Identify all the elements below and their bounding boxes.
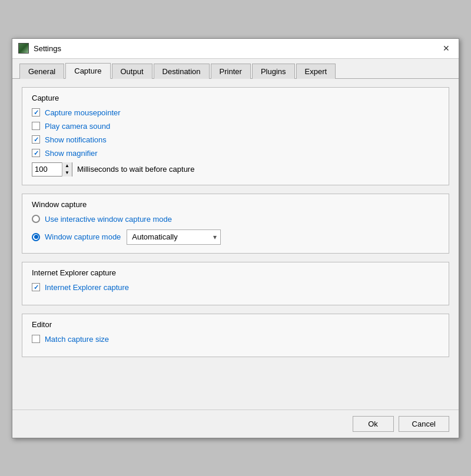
- show-notifications-label[interactable]: Show notifications: [45, 135, 107, 144]
- capture-mousepointer-checkbox[interactable]: [32, 108, 40, 116]
- close-button[interactable]: ✕: [440, 42, 453, 55]
- window-title: Settings: [34, 44, 61, 53]
- editor-section-label: Editor: [32, 320, 439, 329]
- capture-section: Capture Capture mousepointer Play camera…: [22, 87, 449, 185]
- tab-plugins[interactable]: Plugins: [252, 64, 295, 79]
- play-camerasound-row: Play camera sound: [32, 122, 439, 131]
- delay-up-button[interactable]: ▲: [62, 162, 72, 169]
- delay-input[interactable]: [32, 163, 62, 176]
- dropdown-value: Automatically: [132, 232, 177, 241]
- delay-spinner: ▲ ▼: [62, 162, 72, 177]
- window-capture-mode-radio[interactable]: [32, 233, 40, 241]
- delay-down-button[interactable]: ▼: [62, 169, 72, 177]
- tab-output[interactable]: Output: [112, 64, 152, 79]
- interactive-mode-label[interactable]: Use interactive window capture mode: [45, 215, 172, 224]
- tab-destination[interactable]: Destination: [154, 64, 210, 79]
- ok-button[interactable]: Ok: [353, 416, 394, 432]
- tab-general[interactable]: General: [19, 64, 64, 79]
- tab-printer[interactable]: Printer: [211, 64, 251, 79]
- match-capture-size-label[interactable]: Match capture size: [45, 335, 109, 344]
- delay-input-wrap: ▲ ▼: [32, 162, 72, 177]
- show-notifications-checkbox[interactable]: [32, 135, 40, 144]
- delay-hint: Milliseconds to wait before capture: [77, 165, 194, 174]
- match-capture-size-checkbox[interactable]: [32, 335, 40, 343]
- interactive-mode-row: Use interactive window capture mode: [32, 215, 439, 224]
- ie-capture-section-label: Internet Explorer capture: [32, 268, 439, 277]
- ie-capture-row: Internet Explorer capture: [32, 283, 439, 292]
- window-capture-mode-label[interactable]: Window capture mode: [45, 232, 121, 241]
- show-magnifier-label[interactable]: Show magnifier: [45, 149, 98, 158]
- play-camerasound-label[interactable]: Play camera sound: [45, 122, 110, 131]
- settings-window: Settings ✕ General Capture Output Destin…: [12, 38, 459, 438]
- show-magnifier-row: Show magnifier: [32, 149, 439, 158]
- interactive-mode-radio[interactable]: [32, 215, 40, 223]
- ie-capture-section: Internet Explorer capture Internet Explo…: [22, 262, 449, 305]
- window-capture-section: Window capture Use interactive window ca…: [22, 194, 449, 254]
- content-area: Capture Capture mousepointer Play camera…: [12, 79, 459, 410]
- ie-capture-checkbox[interactable]: [32, 283, 40, 291]
- app-icon: [18, 43, 29, 54]
- capture-section-label: Capture: [32, 94, 439, 102]
- show-magnifier-checkbox[interactable]: [32, 149, 40, 157]
- tab-bar: General Capture Output Destination Print…: [12, 59, 459, 79]
- window-capture-section-label: Window capture: [32, 200, 439, 209]
- ie-capture-label[interactable]: Internet Explorer capture: [45, 283, 129, 292]
- window-capture-mode-row: Window capture mode Automatically: [32, 229, 439, 245]
- window-capture-mode-dropdown[interactable]: Automatically: [127, 229, 221, 245]
- match-capture-size-row: Match capture size: [32, 335, 439, 344]
- title-bar-left: Settings: [18, 43, 61, 54]
- tab-capture[interactable]: Capture: [65, 63, 110, 79]
- capture-mousepointer-label[interactable]: Capture mousepointer: [45, 108, 121, 117]
- window-capture-mode-radio-row: Window capture mode: [32, 232, 121, 241]
- capture-mousepointer-row: Capture mousepointer: [32, 108, 439, 117]
- play-camerasound-checkbox[interactable]: [32, 122, 40, 130]
- footer: Ok Cancel: [12, 410, 459, 438]
- cancel-button[interactable]: Cancel: [399, 416, 449, 432]
- editor-section: Editor Match capture size: [22, 314, 449, 357]
- tab-expert[interactable]: Expert: [296, 64, 336, 79]
- show-notifications-row: Show notifications: [32, 135, 439, 144]
- title-bar: Settings ✕: [12, 39, 459, 59]
- delay-row: ▲ ▼ Milliseconds to wait before capture: [32, 162, 439, 177]
